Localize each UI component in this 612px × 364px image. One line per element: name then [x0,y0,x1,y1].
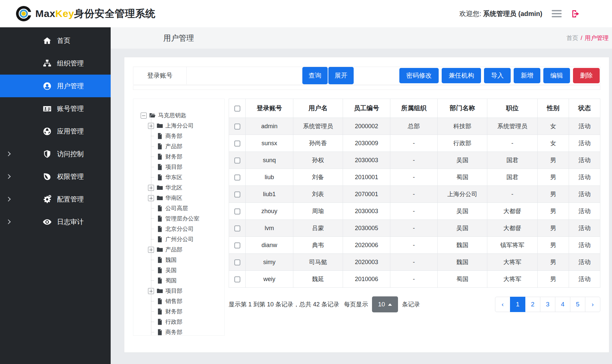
tree-node[interactable]: 公司高层 [148,203,223,213]
tree-node-label[interactable]: 广州分公司 [165,235,194,243]
pagination-page-4-button[interactable]: 4 [555,297,570,312]
sidebar-item-user-management[interactable]: 用户管理 [0,75,111,97]
tree-node-label[interactable]: 财务部 [165,308,182,315]
tree-node-label[interactable]: 公司高层 [165,204,188,212]
row-checkbox[interactable] [234,191,240,197]
sidebar-item-home[interactable]: 首页 [0,29,111,52]
tree-node-label[interactable]: 财务部 [165,153,182,161]
change-password-button[interactable]: 密码修改 [399,68,439,83]
tree-node[interactable]: 华南区 [148,193,223,203]
row-checkbox[interactable] [234,225,240,231]
tree-node-label[interactable]: 上海分公司 [165,122,194,130]
query-button[interactable]: 查询 [302,67,328,84]
tree-node-label[interactable]: 项目部 [165,163,182,171]
pagination-page-1-button[interactable]: 1 [510,297,525,312]
pagination-page-3-button[interactable]: 3 [540,297,555,312]
table-cell: dianw [246,237,293,254]
tree-node[interactable]: 吴国 [148,265,223,275]
row-checkbox[interactable] [234,208,240,214]
plus-expander-icon[interactable] [148,247,154,253]
row-checkbox[interactable] [234,175,240,181]
tree-node-label[interactable]: 北京分公司 [165,225,194,233]
tree-node-label[interactable]: 项目部 [165,287,182,295]
tree-node[interactable]: 北京分公司 [148,224,223,234]
row-select-cell [229,220,246,237]
tree-node[interactable]: 产品部 [148,244,223,255]
tree-node[interactable]: 财务部 [148,152,223,162]
caret-up-icon [388,303,392,306]
file-icon [156,133,163,140]
add-button[interactable]: 新增 [514,68,540,83]
page-size-dropdown[interactable]: 10 [372,296,398,312]
tree-node[interactable]: 华北区 [148,182,223,193]
concurrent-org-button[interactable]: 兼任机构 [442,68,481,83]
expand-button[interactable]: 展开 [328,67,354,84]
tree-node-label[interactable]: 吴国 [165,266,177,274]
login-account-input[interactable] [187,67,302,84]
sidebar-item-account-management[interactable]: 账号管理 [0,97,111,120]
row-checkbox[interactable] [234,141,240,147]
tree-node[interactable]: 项目部 [148,286,223,296]
file-icon [156,143,163,150]
tree-node-label[interactable]: 华北区 [165,184,182,191]
tree-node[interactable]: 商务部 [148,131,223,141]
row-checkbox[interactable] [234,259,240,265]
tree-node[interactable]: 行政部 [148,317,223,327]
id-card-icon [43,104,52,113]
tree-node-label[interactable]: 魏国 [165,256,177,264]
logout-icon[interactable] [571,9,580,18]
tree-node[interactable]: 上海分公司 [148,121,223,131]
sidebar-item-access-control[interactable]: 访问控制 [0,143,111,165]
pagination-next-button[interactable]: › [585,297,600,312]
tree-node-label[interactable]: 销售部 [165,297,182,305]
tree-node[interactable]: 广州分公司 [148,234,223,244]
tree-node-label[interactable]: 产品部 [165,246,182,253]
tree-node-label[interactable]: 华南区 [165,194,182,202]
tree-node-label[interactable]: 产品部 [165,143,182,150]
minus-expander-icon[interactable] [141,113,147,119]
tree-node-label[interactable]: 商务部 [165,328,182,336]
tree-node[interactable]: 商务部 [148,327,223,336]
sidebar-item-config-management[interactable]: 配置管理 [0,188,111,210]
tree-node[interactable]: 蜀国 [148,275,223,286]
edit-button[interactable]: 编辑 [543,68,570,83]
tree-node[interactable]: 财务部 [148,306,223,317]
tree-node[interactable]: 产品部 [148,141,223,152]
sidebar-item-log-audit[interactable]: 日志审计 [0,210,111,233]
tree-node-label[interactable]: 商务部 [165,132,182,140]
tree-node[interactable]: 管理层办公室 [148,213,223,224]
import-button[interactable]: 导入 [484,68,511,83]
row-checkbox[interactable] [234,242,240,248]
table-cell: 蜀国 [438,271,487,288]
pagination-prev-button[interactable]: ‹ [495,297,510,312]
plus-expander-icon[interactable] [148,195,154,201]
row-checkbox[interactable] [234,158,240,164]
table-cell: 男 [538,271,569,288]
tree-node[interactable]: 销售部 [148,296,223,306]
plus-expander-icon[interactable] [148,123,154,129]
tree-node-label[interactable]: 马克思钥匙 [158,112,186,119]
breadcrumb-home-link[interactable]: 首页 [566,34,578,42]
pagination-page-5-button[interactable]: 5 [570,297,585,312]
row-checkbox[interactable] [234,124,240,130]
row-checkbox[interactable] [234,276,240,282]
tree-node-label[interactable]: 管理层办公室 [165,215,199,222]
tree-node[interactable]: 项目部 [148,162,223,172]
tree-node-label[interactable]: 华东区 [165,174,182,181]
column-header: 用户名 [293,99,343,118]
tree-node[interactable]: 华东区 [148,172,223,182]
sidebar-item-org-management[interactable]: 组织管理 [0,52,111,75]
sidebar-item-permission-management[interactable]: 权限管理 [0,165,111,188]
tree-node-label[interactable]: 行政部 [165,318,182,326]
pagination-page-2-button[interactable]: 2 [525,297,540,312]
plus-expander-icon[interactable] [148,185,154,191]
sidebar-item-label: 访问控制 [57,150,84,159]
sidebar-item-app-management[interactable]: 应用管理 [0,120,111,143]
tree-node[interactable]: 马克思钥匙 [141,110,223,121]
select-all-checkbox[interactable] [234,106,240,112]
delete-button[interactable]: 删除 [573,68,600,83]
plus-expander-icon[interactable] [148,288,154,294]
tree-node[interactable]: 魏国 [148,255,223,265]
hamburger-menu-icon[interactable] [552,10,562,17]
tree-node-label[interactable]: 蜀国 [165,277,177,284]
